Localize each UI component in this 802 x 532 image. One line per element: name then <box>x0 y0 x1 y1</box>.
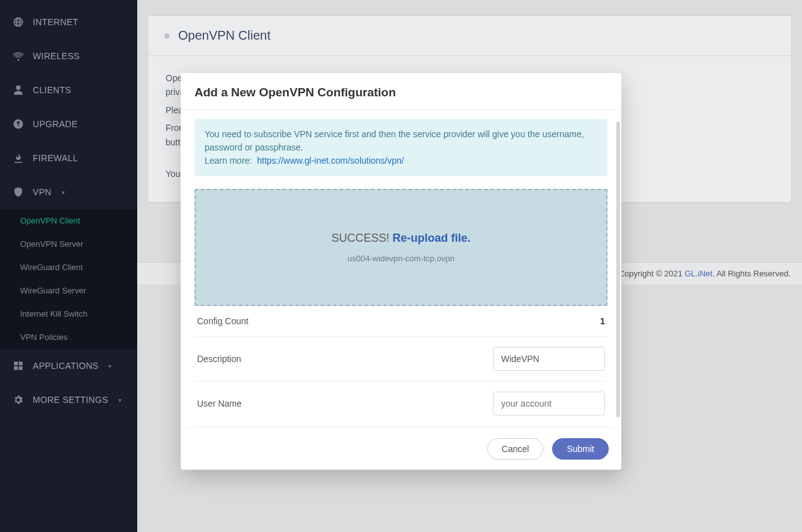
learn-more-label: Learn more: <box>205 156 252 166</box>
modal-title: Add a New OpenVPN Configuration <box>195 86 607 99</box>
upload-dropzone[interactable]: SUCCESS! Re-upload file. us004-widevpn-c… <box>195 189 607 306</box>
config-count-label: Config Count <box>197 316 249 326</box>
config-count-value: 1 <box>600 316 605 326</box>
add-openvpn-config-modal: Add a New OpenVPN Configuration You need… <box>181 73 621 470</box>
info-box: You need to subscribe VPN service first … <box>195 119 607 176</box>
uploaded-filename: us004-widevpn-com-tcp.ovpn <box>347 254 455 263</box>
reupload-link[interactable]: Re-upload file. <box>393 232 471 244</box>
description-input[interactable] <box>493 347 605 371</box>
cancel-button[interactable]: Cancel <box>487 438 544 460</box>
description-label: Description <box>197 354 241 364</box>
username-label: User Name <box>197 399 242 409</box>
upload-success-text: SUCCESS! <box>331 232 389 244</box>
modal-scrollbar[interactable] <box>616 122 620 427</box>
submit-button[interactable]: Submit <box>552 438 609 460</box>
learn-more-link[interactable]: https://www.gl-inet.com/solutions/vpn/ <box>257 156 404 166</box>
username-input[interactable] <box>493 392 605 416</box>
info-text: You need to subscribe VPN service first … <box>205 128 597 154</box>
